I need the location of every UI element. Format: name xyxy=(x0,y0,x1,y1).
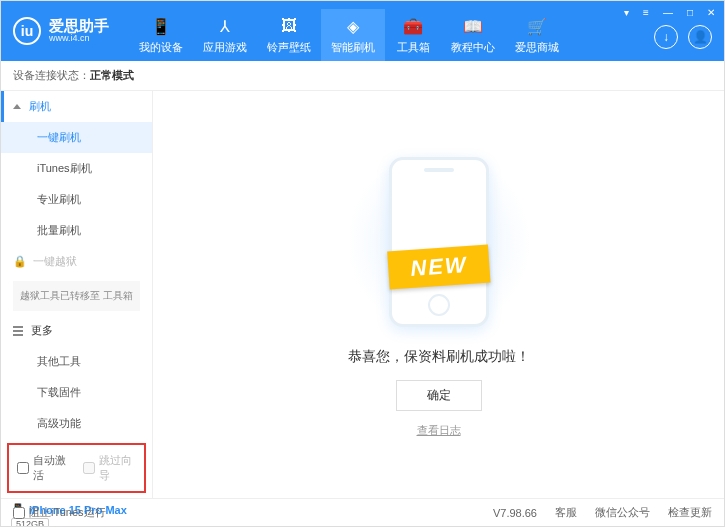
sidebar-item-itunes-flash[interactable]: iTunes刷机 xyxy=(1,153,152,184)
nav-tutorials[interactable]: 📖教程中心 xyxy=(441,9,505,61)
nav-flash[interactable]: ◈智能刷机 xyxy=(321,9,385,61)
ok-button[interactable]: 确定 xyxy=(396,380,482,411)
view-log-link[interactable]: 查看日志 xyxy=(417,423,461,438)
sidebar-item-oneclick-flash[interactable]: 一键刷机 xyxy=(1,122,152,153)
skip-guide-checkbox[interactable]: 跳过向导 xyxy=(83,453,137,483)
jailbreak-note: 越狱工具已转移至 工具箱 xyxy=(13,281,140,311)
nav-toolbox[interactable]: 🧰工具箱 xyxy=(385,9,441,61)
list-icon xyxy=(13,330,23,332)
cart-icon: 🛒 xyxy=(526,15,548,37)
sidebar-group-flash[interactable]: 刷机 xyxy=(1,91,152,122)
device-icon: 📱 xyxy=(150,15,172,37)
image-icon: 🖼 xyxy=(278,15,300,37)
app-title: 爱思助手 xyxy=(49,18,109,35)
nav-store[interactable]: 🛒爱思商城 xyxy=(505,9,569,61)
status-value: 正常模式 xyxy=(90,68,134,83)
nav-my-device[interactable]: 📱我的设备 xyxy=(129,9,193,61)
version-label: V7.98.66 xyxy=(493,507,537,519)
toolbox-icon: 🧰 xyxy=(402,15,424,37)
nav-apps[interactable]: ⅄应用游戏 xyxy=(193,9,257,61)
block-itunes-checkbox[interactable]: 阻止iTunes运行 xyxy=(13,505,106,520)
success-illustration: NEW xyxy=(339,152,539,332)
sidebar-item-batch-flash[interactable]: 批量刷机 xyxy=(1,215,152,246)
wechat-link[interactable]: 微信公众号 xyxy=(595,505,650,520)
flash-icon: ◈ xyxy=(342,15,364,37)
titlebar-menu-icon[interactable]: ≡ xyxy=(640,5,652,20)
sidebar-group-more[interactable]: 更多 xyxy=(1,315,152,346)
maximize-icon[interactable]: □ xyxy=(684,5,696,20)
minimize-icon[interactable]: — xyxy=(660,5,676,20)
new-ribbon: NEW xyxy=(387,244,491,289)
options-highlight-box: 自动激活 跳过向导 xyxy=(7,443,146,493)
book-icon: 📖 xyxy=(462,15,484,37)
sidebar-item-pro-flash[interactable]: 专业刷机 xyxy=(1,184,152,215)
auto-activate-checkbox[interactable]: 自动激活 xyxy=(17,453,71,483)
app-subtitle: www.i4.cn xyxy=(49,34,109,44)
close-icon[interactable]: ✕ xyxy=(704,5,718,20)
sidebar-item-advanced[interactable]: 高级功能 xyxy=(1,408,152,439)
nav-ringtones[interactable]: 🖼铃声壁纸 xyxy=(257,9,321,61)
status-bar: 设备连接状态： 正常模式 xyxy=(1,61,724,91)
app-logo: iu 爱思助手 www.i4.cn xyxy=(1,17,109,45)
titlebar-dropdown-icon[interactable]: ▾ xyxy=(621,5,632,20)
expand-icon xyxy=(13,104,21,109)
customer-service-link[interactable]: 客服 xyxy=(555,505,577,520)
status-prefix: 设备连接状态： xyxy=(13,68,90,83)
logo-icon: iu xyxy=(13,17,41,45)
sidebar-group-jailbreak[interactable]: 🔒 一键越狱 xyxy=(1,246,152,277)
success-message: 恭喜您，保资料刷机成功啦！ xyxy=(348,348,530,366)
apps-icon: ⅄ xyxy=(214,15,236,37)
check-update-link[interactable]: 检查更新 xyxy=(668,505,712,520)
user-button[interactable]: 👤 xyxy=(688,25,712,49)
sidebar-item-download-firmware[interactable]: 下载固件 xyxy=(1,377,152,408)
lock-icon: 🔒 xyxy=(13,255,27,268)
download-button[interactable]: ↓ xyxy=(654,25,678,49)
sidebar-item-other-tools[interactable]: 其他工具 xyxy=(1,346,152,377)
